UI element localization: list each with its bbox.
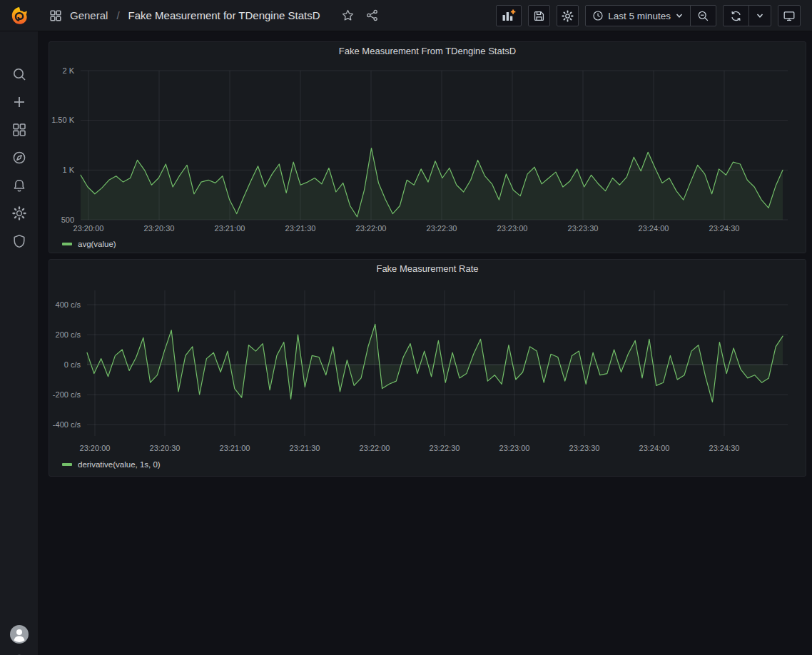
bell-icon <box>12 178 26 193</box>
chevron-down-icon <box>756 11 764 20</box>
svg-text:23:23:00: 23:23:00 <box>499 444 530 452</box>
top-navigation-bar: General / Fake Measurement for TDengine … <box>0 0 812 31</box>
svg-text:1 K: 1 K <box>62 166 74 174</box>
add-panel-icon <box>502 9 516 22</box>
time-series-chart-derivative[interactable]: 23:20:0023:20:3023:21:0023:21:3023:22:00… <box>49 260 806 476</box>
svg-text:500: 500 <box>61 215 74 224</box>
star-icon <box>342 9 354 21</box>
svg-text:23:23:30: 23:23:30 <box>569 444 600 452</box>
svg-text:23:23:00: 23:23:00 <box>497 224 528 233</box>
svg-text:23:20:30: 23:20:30 <box>144 224 175 233</box>
sidebar-item-create[interactable] <box>12 95 26 109</box>
legend-swatch <box>62 463 72 466</box>
breadcrumb-separator: / <box>116 9 119 21</box>
chevron-down-icon <box>675 11 684 20</box>
svg-text:400 c/s: 400 c/s <box>56 300 81 309</box>
gear-icon <box>12 206 26 220</box>
gear-icon <box>562 10 574 22</box>
legend-label[interactable]: derivative(value, 1s, 0) <box>78 460 161 469</box>
tv-mode-button[interactable] <box>778 5 801 26</box>
search-icon <box>12 67 26 81</box>
svg-text:23:21:30: 23:21:30 <box>285 224 316 233</box>
svg-text:23:20:00: 23:20:00 <box>80 444 111 452</box>
share-dashboard-button[interactable] <box>365 8 380 23</box>
svg-text:23:23:30: 23:23:30 <box>568 224 599 233</box>
breadcrumb: General / Fake Measurement for TDengine … <box>49 8 380 23</box>
chart-legend: avg(value) <box>62 239 116 249</box>
time-range-label: Last 5 minutes <box>608 11 671 21</box>
star-dashboard-button[interactable] <box>340 8 355 23</box>
svg-text:1.50 K: 1.50 K <box>51 116 74 124</box>
zoom-out-time-button[interactable] <box>690 6 716 26</box>
sidebar-item-alerting[interactable] <box>12 178 26 193</box>
time-series-chart-avg-value[interactable]: 23:20:0023:20:3023:21:0023:21:3023:22:00… <box>49 42 806 253</box>
svg-text:23:22:00: 23:22:00 <box>360 444 390 452</box>
compass-icon <box>12 151 26 165</box>
svg-text:-400 c/s: -400 c/s <box>53 420 81 429</box>
chart-legend: derivative(value, 1s, 0) <box>62 459 161 469</box>
sidebar-item-configuration[interactable] <box>12 206 26 220</box>
svg-text:23:22:30: 23:22:30 <box>427 224 457 233</box>
svg-text:23:20:30: 23:20:30 <box>150 444 181 452</box>
svg-text:200 c/s: 200 c/s <box>56 330 81 339</box>
dashboard-title: Fake Measurement for TDengine StatsD <box>128 9 320 21</box>
panel-fake-measurement: Fake Measurement From TDengine StatsD 23… <box>49 41 806 253</box>
svg-text:2 K: 2 K <box>62 66 74 75</box>
legend-label[interactable]: avg(value) <box>78 240 116 248</box>
svg-text:23:20:00: 23:20:00 <box>73 224 104 233</box>
save-icon <box>533 10 545 22</box>
svg-text:23:22:30: 23:22:30 <box>430 444 460 452</box>
time-picker-group: Last 5 minutes <box>585 5 716 26</box>
svg-text:23:21:30: 23:21:30 <box>290 444 320 452</box>
shield-icon <box>12 234 26 248</box>
svg-text:23:24:30: 23:24:30 <box>709 444 740 452</box>
dashboard-toolbar: Last 5 minutes <box>496 5 801 26</box>
refresh-dashboard-button[interactable] <box>724 6 748 26</box>
plus-icon <box>12 95 26 109</box>
sidebar-item-dashboards[interactable] <box>12 123 26 137</box>
user-profile-button[interactable] <box>10 625 29 644</box>
dashboard-settings-button[interactable] <box>557 5 579 26</box>
dashboards-grid-icon[interactable] <box>49 9 63 23</box>
svg-text:23:24:00: 23:24:00 <box>639 224 669 233</box>
share-icon <box>366 9 378 21</box>
sidebar-item-explore[interactable] <box>12 151 26 165</box>
panel-fake-measurement-rate: Fake Measurement Rate 23:20:0023:20:3023… <box>49 259 806 477</box>
nav-sidebar: ? <box>0 31 39 655</box>
grafana-flame-icon <box>9 6 29 26</box>
breadcrumb-folder[interactable]: General <box>70 9 108 21</box>
grafana-logo[interactable] <box>9 6 29 26</box>
refresh-interval-dropdown[interactable] <box>748 6 771 26</box>
sidebar-item-search[interactable] <box>12 67 26 81</box>
time-range-picker[interactable]: Last 5 minutes <box>586 6 690 26</box>
svg-text:0 c/s: 0 c/s <box>64 360 81 369</box>
sidebar-item-server-admin[interactable] <box>12 234 26 248</box>
avatar <box>10 625 29 644</box>
svg-text:23:24:00: 23:24:00 <box>639 444 670 452</box>
legend-swatch <box>62 243 72 245</box>
save-dashboard-button[interactable] <box>528 5 550 26</box>
svg-text:23:24:30: 23:24:30 <box>709 224 740 233</box>
add-panel-button[interactable] <box>496 5 522 26</box>
clock-icon <box>592 10 604 21</box>
svg-text:-200 c/s: -200 c/s <box>53 390 81 399</box>
zoom-out-icon <box>697 10 709 22</box>
dashboards-icon <box>12 123 26 137</box>
svg-text:23:21:00: 23:21:00 <box>215 224 245 233</box>
monitor-icon <box>783 10 796 22</box>
svg-text:23:22:00: 23:22:00 <box>356 224 387 233</box>
svg-text:23:21:00: 23:21:00 <box>220 444 250 452</box>
refresh-group <box>723 5 771 26</box>
refresh-icon <box>730 10 742 22</box>
